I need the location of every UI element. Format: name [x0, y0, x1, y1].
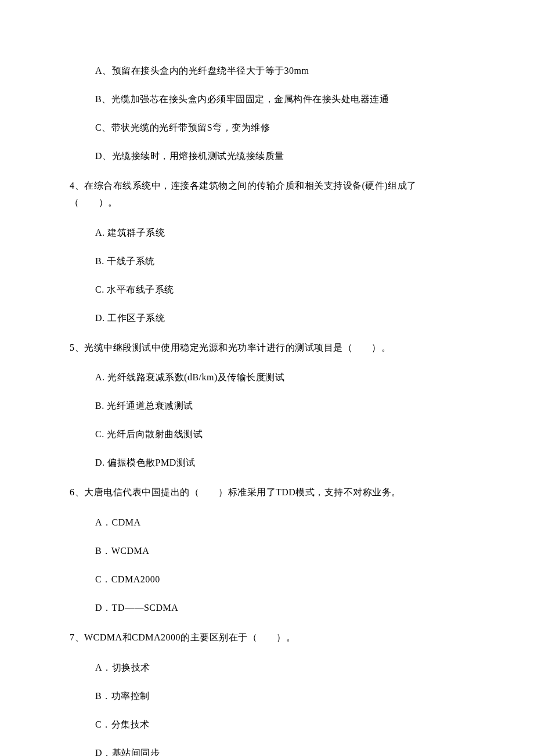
q6-stem: 6、大唐电信代表中国提出的（ ）标准采用了TDD模式，支持不对称业务。 [70, 484, 464, 501]
q7-option-a: A．切换技术 [70, 661, 464, 675]
q3-option-d: D、光缆接续时，用熔接机测试光缆接续质量 [70, 149, 464, 163]
q6-option-a: A．CDMA [70, 516, 464, 530]
q3-option-a: A、预留在接头盒内的光纤盘绕半径大于等于30mm [70, 64, 464, 78]
page-container: A、预留在接头盒内的光纤盘绕半径大于等于30mm B、光缆加强芯在接头盒内必须牢… [0, 0, 534, 756]
q7-option-b: B．功率控制 [70, 689, 464, 703]
q6-option-c: C．CDMA2000 [70, 573, 464, 586]
q5-option-a: A. 光纤线路衰减系数(dB/km)及传输长度测试 [70, 370, 464, 384]
q7-option-c: C．分集技术 [70, 718, 464, 732]
q7-stem: 7、WCDMA和CDMA2000的主要区别在于（ ）。 [70, 629, 464, 646]
q4-option-c: C. 水平布线子系统 [70, 283, 464, 297]
q4-stem: 4、在综合布线系统中，连接各建筑物之间的传输介质和相关支持设备(硬件)组成了（ … [70, 178, 464, 211]
q5-stem: 5、光缆中继段测试中使用稳定光源和光功率计进行的测试项目是（ ）。 [70, 340, 464, 357]
q3-option-b: B、光缆加强芯在接头盒内必须牢固固定，金属构件在接头处电器连通 [70, 92, 464, 106]
q3-option-c: C、带状光缆的光纤带预留S弯，变为维修 [70, 121, 464, 135]
q4-option-d: D. 工作区子系统 [70, 311, 464, 325]
q5-option-d: D. 偏振模色散PMD测试 [70, 456, 464, 470]
q4-option-a: A. 建筑群子系统 [70, 226, 464, 240]
q5-option-b: B. 光纤通道总衰减测试 [70, 399, 464, 413]
q6-option-d: D．TD——SCDMA [70, 601, 464, 615]
q7-option-d: D．基站间同步 [70, 746, 464, 756]
q5-option-c: C. 光纤后向散射曲线测试 [70, 427, 464, 441]
q6-option-b: B．WCDMA [70, 544, 464, 558]
q4-option-b: B. 干线子系统 [70, 254, 464, 268]
